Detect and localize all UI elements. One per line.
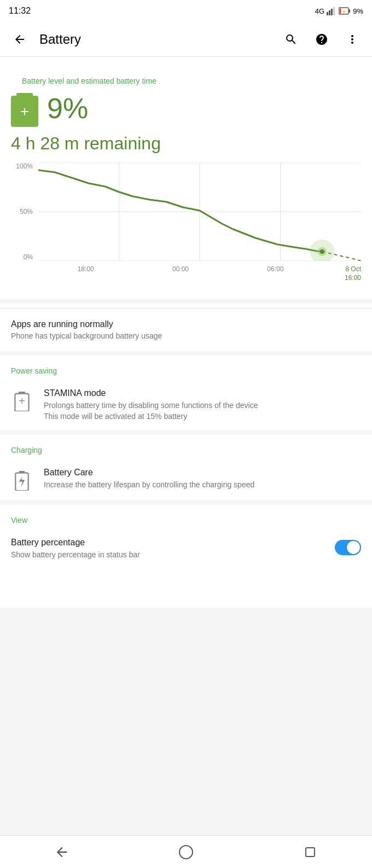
- signal-icon: [327, 7, 336, 15]
- stamina-icon: +: [11, 391, 33, 412]
- power-saving-label: Power saving: [0, 356, 372, 380]
- battery-percentage-desc: Show battery percentage in status bar: [11, 550, 324, 561]
- svg-rect-0: [327, 12, 328, 15]
- status-bar: 11:32 4G ⚡ 9%: [0, 0, 372, 22]
- battery-level-section: Battery level and estimated battery time…: [0, 57, 372, 299]
- battery-percentage-item[interactable]: Battery percentage Show battery percenta…: [0, 529, 372, 569]
- back-icon: [13, 33, 26, 46]
- battery-percent-large: 9%: [47, 92, 88, 125]
- divider-4: [0, 500, 372, 505]
- page-title: Battery: [39, 32, 271, 47]
- svg-point-16: [320, 249, 324, 254]
- nav-home-button[interactable]: [170, 836, 202, 869]
- battery-status-icon: ⚡: [339, 7, 351, 15]
- nav-spacer: [0, 569, 372, 608]
- battery-main-display: + 9%: [11, 90, 361, 127]
- chart-y-50: 50%: [20, 208, 33, 215]
- battery-time-remaining: 4 h 28 m remaining: [11, 133, 361, 154]
- charging-section: Charging Battery Care Increase the batte…: [0, 435, 372, 500]
- status-time: 11:32: [9, 6, 31, 16]
- svg-rect-24: [306, 848, 315, 857]
- chart-x-00: 00:00: [133, 265, 228, 273]
- battery-care-desc: Increase the battery lifespan by control…: [44, 480, 361, 491]
- chart-y-0: 0%: [24, 253, 33, 261]
- chart-y-100: 100%: [16, 162, 33, 170]
- view-section: View Battery percentage Show battery per…: [0, 505, 372, 569]
- svg-rect-5: [349, 9, 351, 13]
- battery-chart: 100% 50% 0%: [11, 162, 361, 288]
- battery-care-item[interactable]: Battery Care Increase the battery lifesp…: [0, 459, 372, 500]
- divider-2: [0, 351, 372, 356]
- power-saving-section: Power saving + STAMINA mode Prolongs bat…: [0, 356, 372, 430]
- chart-x-06: 06:00: [228, 265, 323, 273]
- battery-percent-status: 9%: [353, 7, 363, 15]
- nav-back-button[interactable]: [45, 836, 78, 869]
- back-button[interactable]: [9, 28, 31, 50]
- more-options-button[interactable]: [341, 28, 363, 50]
- chart-x-date: 8 Oct16:00: [323, 265, 361, 282]
- svg-rect-1: [329, 10, 330, 15]
- battery-care-text: Battery Care Increase the battery lifesp…: [44, 468, 361, 491]
- stamina-mode-item[interactable]: + STAMINA mode Prolongs battery time by …: [0, 380, 372, 430]
- stamina-battery-icon: +: [13, 392, 31, 411]
- nav-home-icon: [178, 844, 194, 860]
- nav-recent-icon: [303, 844, 318, 860]
- svg-rect-2: [331, 9, 333, 15]
- chart-x-labels: 18:00 00:00 06:00 8 Oct16:00: [38, 263, 361, 288]
- help-icon: [315, 33, 328, 46]
- normal-usage-desc: Phone has typical background battery usa…: [11, 331, 361, 340]
- main-content: Battery level and estimated battery time…: [0, 57, 372, 608]
- stamina-title: STAMINA mode: [44, 388, 361, 398]
- battery-icon-large: +: [11, 90, 38, 127]
- svg-point-23: [179, 846, 193, 859]
- divider-3: [0, 430, 372, 435]
- nav-recent-button[interactable]: [294, 836, 327, 869]
- svg-text:+: +: [19, 395, 25, 407]
- charging-label: Charging: [0, 435, 372, 459]
- help-button[interactable]: [311, 28, 333, 50]
- battery-plus-symbol: +: [20, 104, 29, 119]
- battery-percentage-toggle[interactable]: [335, 540, 361, 555]
- battery-percentage-title: Battery percentage: [11, 538, 324, 547]
- battery-percentage-text: Battery percentage Show battery percenta…: [11, 538, 324, 561]
- svg-marker-22: [19, 476, 25, 488]
- top-bar: Battery: [0, 22, 372, 57]
- normal-usage-section: Apps are running normally Phone has typi…: [0, 308, 372, 351]
- status-icons: 4G ⚡ 9%: [315, 7, 363, 15]
- normal-usage-title: Apps are running normally: [11, 319, 361, 329]
- divider-1: [0, 299, 372, 304]
- view-label: View: [0, 505, 372, 529]
- search-button[interactable]: [280, 28, 302, 50]
- battery-care-title: Battery Care: [44, 468, 361, 477]
- stamina-text: STAMINA mode Prolongs battery time by di…: [44, 388, 361, 422]
- chart-x-18: 18:00: [38, 265, 133, 273]
- battery-charging-icon: [14, 471, 30, 491]
- battery-chart-svg: [38, 162, 361, 261]
- search-icon: [284, 33, 298, 46]
- nav-back-icon: [54, 844, 69, 860]
- battery-care-icon: [11, 470, 33, 492]
- network-label: 4G: [315, 7, 324, 15]
- svg-rect-3: [333, 7, 335, 15]
- stamina-desc: Prolongs battery time by disabling some …: [44, 400, 361, 422]
- battery-section-label: Battery level and estimated battery time: [11, 66, 361, 90]
- nav-bar: [0, 835, 372, 868]
- more-options-icon: [346, 33, 359, 46]
- svg-text:⚡: ⚡: [341, 9, 347, 14]
- battery-percentage-toggle-container: [335, 540, 361, 555]
